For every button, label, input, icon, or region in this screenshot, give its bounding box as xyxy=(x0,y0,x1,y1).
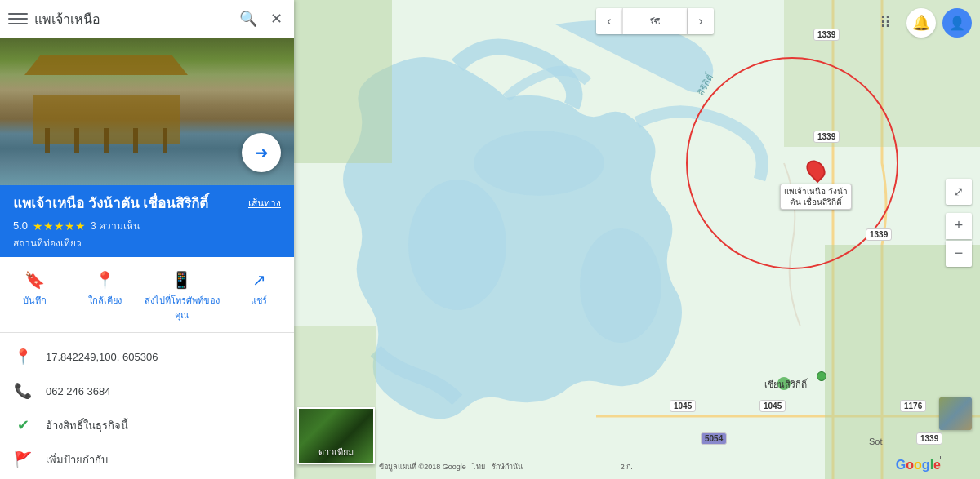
thumbnail-label: ดาวเทียม xyxy=(299,445,373,459)
attribution-text: ข้อมูลแผนที่ ©2018 Google ไทย รักษ์กำนัน… xyxy=(379,461,633,472)
map-next-button[interactable]: › xyxy=(688,8,714,34)
road-badge-1339-right: 1339 xyxy=(866,228,892,241)
map-view-label[interactable]: 🗺 xyxy=(622,8,688,34)
rating-value: 5.0 xyxy=(13,220,28,232)
top-right-controls: ⠿ 🔔 👤 xyxy=(871,8,972,38)
town-label: เชียนสิริกิติ์ xyxy=(764,377,807,392)
search-input[interactable] xyxy=(34,11,229,26)
flag-icon: 🚩 xyxy=(13,450,33,468)
place-category: สถานที่ท่องเที่ยว xyxy=(13,235,281,251)
account-button[interactable]: 👤 xyxy=(942,8,972,38)
zoom-out-button[interactable]: − xyxy=(946,241,972,267)
road-badge-1045-right: 1045 xyxy=(760,400,786,412)
map-thumbnail[interactable]: ดาวเทียม xyxy=(297,407,375,464)
send-label: ส่งไปที่โทรศัพท์ของคุณ xyxy=(142,293,222,322)
svg-rect-7 xyxy=(825,245,980,479)
notifications-button[interactable]: 🔔 xyxy=(906,8,936,38)
scale-bar xyxy=(902,456,941,459)
road-badge-1045-left: 1045 xyxy=(670,400,696,412)
send-icon: 📱 xyxy=(172,270,192,290)
save-button[interactable]: 🔖 บันทึก xyxy=(0,267,70,326)
review-count: 3 ความเห็น xyxy=(91,218,140,233)
claim-row[interactable]: ✔ อ้างสิทธิ์ในธุรกิจนี้ xyxy=(0,408,294,442)
road-badge-5054: 5054 xyxy=(701,432,727,445)
nearby-label: ใกล้เคียง xyxy=(88,293,122,308)
map-prev-button[interactable]: ‹ xyxy=(596,8,622,34)
sot-label: Sot xyxy=(869,437,883,446)
nearby-button[interactable]: 📍 ใกล้เคียง xyxy=(70,267,140,326)
place-marker[interactable]: แพเจ้าเหนือ วังน้าตัน เชื่อนสิริกิติ์ xyxy=(780,159,852,210)
svg-point-2 xyxy=(408,180,506,310)
phone-text: 062 246 3684 xyxy=(46,385,111,397)
directions-fab[interactable]: ➜ xyxy=(242,133,281,172)
phone-icon: 📞 xyxy=(13,382,33,400)
zoom-in-button[interactable]: + xyxy=(946,213,972,239)
road-badge-1176: 1176 xyxy=(900,400,926,412)
stars: ★★★★★ xyxy=(33,220,86,233)
share-button[interactable]: ↗ แชร์ xyxy=(224,267,294,326)
claim-text: อ้างสิทธิ์ในธุรกิจนี้ xyxy=(46,417,128,434)
google-logo: Google xyxy=(896,458,941,472)
share-label: แชร์ xyxy=(251,293,267,308)
menu-button[interactable] xyxy=(8,9,28,29)
place-marker-label: แพเจ้าเหนือ วังน้าตัน เชื่อนสิริกิติ์ xyxy=(780,184,852,210)
coordinates-text: 17.842249,100, 605306 xyxy=(46,351,158,363)
place-name: แพเจ้าเหนือ วังน้าตัน เชื่อนสิริกิติ์ xyxy=(13,195,281,213)
place-image: ➜ xyxy=(0,38,294,185)
info-section: 📍 17.842249,100, 605306 📞 062 246 3684 ✔… xyxy=(0,333,294,479)
svg-point-3 xyxy=(580,228,662,343)
svg-rect-5 xyxy=(294,0,392,163)
nearby-icon: 📍 xyxy=(95,270,115,290)
map-zoom-controls: + − xyxy=(946,213,972,267)
google-apps-button[interactable]: ⠿ xyxy=(871,8,900,38)
action-buttons: 🔖 บันทึก 📍 ใกล้เคียง 📱 ส่งไปที่โทรศัพท์ข… xyxy=(0,257,294,333)
road-badge-1339-top: 1339 xyxy=(813,29,840,41)
flag-text: เพิ่มป้ายกำกับ xyxy=(46,451,108,468)
send-button[interactable]: 📱 ส่งไปที่โทรศัพท์ของคุณ xyxy=(140,267,224,326)
search-button[interactable]: 🔍 xyxy=(236,7,261,31)
road-badge-1339-bottom: 1339 xyxy=(916,432,942,445)
left-panel: 🔍 ✕ ➜ แพเจ้าเหนือ วังน้าตัน เชื่อนสิริกิ… xyxy=(0,0,294,479)
fullscreen-button[interactable]: ⤢ xyxy=(946,179,972,205)
flag-row[interactable]: 🚩 เพิ่มป้ายกำกับ xyxy=(0,442,294,477)
header-bar: 🔍 ✕ xyxy=(0,0,294,38)
map-view-toggle: ‹ 🗺 › xyxy=(596,8,714,34)
svg-point-1 xyxy=(474,131,604,196)
location-icon: 📍 xyxy=(13,348,33,366)
place-info: แพเจ้าเหนือ วังน้าตัน เชื่อนสิริกิติ์ 5.… xyxy=(0,185,294,257)
share-icon: ↗ xyxy=(252,270,266,290)
map-panel[interactable]: แพเจ้าเหนือ วังน้าตัน เชื่อนสิริกิติ์ 13… xyxy=(294,0,980,479)
map-layer-button[interactable] xyxy=(939,397,972,430)
coordinates-row: 📍 17.842249,100, 605306 xyxy=(0,339,294,374)
close-button[interactable]: ✕ xyxy=(267,7,286,31)
save-label: บันทึก xyxy=(23,293,47,308)
bookmark-icon: 🔖 xyxy=(24,270,45,290)
town-icon xyxy=(817,371,826,381)
rating-row: 5.0 ★★★★★ 3 ความเห็น xyxy=(13,218,281,233)
check-icon: ✔ xyxy=(13,416,33,434)
directions-link[interactable]: เส้นทาง xyxy=(248,195,281,211)
phone-row[interactable]: 📞 062 246 3684 xyxy=(0,374,294,408)
road-badge-1339-mid: 1339 xyxy=(813,131,840,143)
